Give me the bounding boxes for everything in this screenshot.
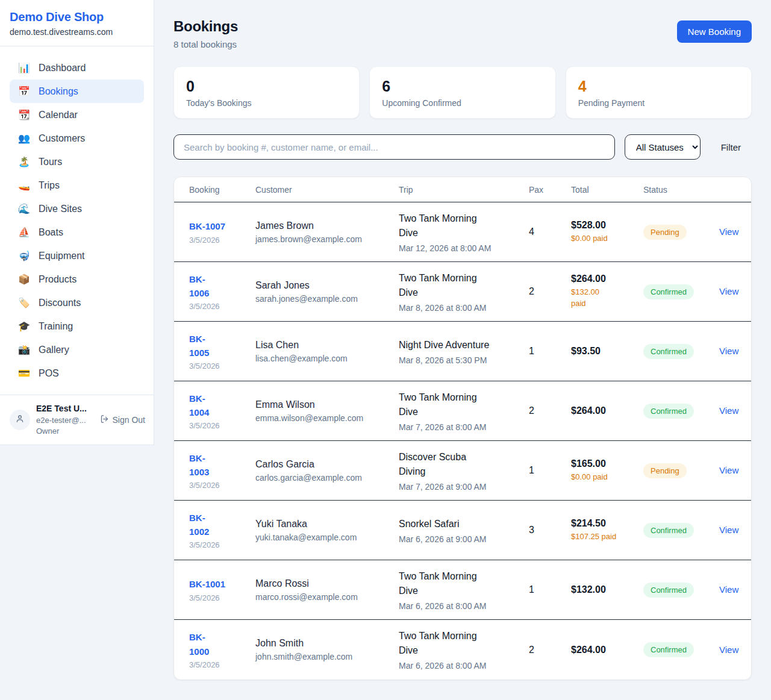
view-link[interactable]: View (719, 584, 738, 595)
actions-cell: View (719, 525, 738, 536)
sidebar-item-label: Boats (39, 227, 63, 238)
status-cell: Pending (643, 463, 719, 478)
stats-row: 0Today's Bookings6Upcoming Confirmed4Pen… (173, 66, 752, 119)
trip-name: Two Tank MorningDive (399, 271, 529, 300)
booking-date: 3/5/2026 (189, 302, 255, 311)
search-input[interactable] (173, 134, 615, 160)
booking-id-link[interactable]: BK-1000 (189, 630, 255, 658)
brand-title[interactable]: Demo Dive Shop (10, 10, 144, 24)
trip-name: Discover ScubaDiving (399, 450, 529, 479)
sidebar-item-dashboard[interactable]: 📊Dashboard (10, 56, 144, 80)
column-header-pax: Pax (529, 185, 571, 195)
trip-cell: Discover ScubaDivingMar 7, 2026 at 9:00 … (399, 450, 529, 492)
booking-id-link[interactable]: BK-1007 (189, 219, 255, 233)
sidebar-item-gallery[interactable]: 📸Gallery (10, 338, 144, 361)
customer-name: John Smith (255, 638, 399, 649)
trip-name: Two Tank MorningDive (399, 211, 529, 240)
page-title: Bookings (173, 18, 238, 35)
sign-out-button[interactable]: Sign Out (100, 414, 145, 425)
pax-value: 3 (529, 525, 571, 536)
total-amount: $528.00 (571, 220, 643, 231)
pax-value: 2 (529, 645, 571, 655)
sidebar-item-training[interactable]: 🎓Training (10, 314, 144, 338)
sidebar-item-products[interactable]: 📦Products (10, 267, 144, 291)
table-row: BK-10073/5/2026James Brownjames.brown@ex… (174, 202, 751, 262)
table-row: BK-10053/5/2026Lisa Chenlisa.chen@exampl… (174, 322, 751, 381)
sidebar-item-label: Dashboard (39, 63, 86, 73)
user-role: Owner (36, 427, 87, 436)
column-header-customer: Customer (255, 185, 399, 195)
column-header-booking: Booking (189, 185, 255, 195)
people-icon: 👥 (18, 133, 30, 144)
sidebar-item-pos[interactable]: 💳POS (10, 361, 144, 385)
user-email: e2e-tester@... (36, 416, 87, 425)
view-link[interactable]: View (719, 227, 738, 237)
avatar (10, 410, 30, 430)
customer-email: john.smith@example.com (255, 652, 399, 661)
booking-id-link[interactable]: BK-1001 (189, 577, 255, 591)
view-link[interactable]: View (719, 465, 738, 475)
stat-value: 0 (186, 77, 347, 95)
package-icon: 📦 (18, 273, 30, 285)
brand-domain: demo.test.divestreams.com (10, 27, 144, 37)
view-link[interactable]: View (719, 645, 738, 655)
filter-button[interactable]: Filter (710, 142, 752, 152)
view-link[interactable]: View (719, 405, 738, 416)
booking-id-link[interactable]: BK-1003 (189, 451, 255, 480)
booking-date: 3/5/2026 (189, 421, 255, 430)
customer-cell: Yuki Tanakayuki.tanaka@example.com (255, 519, 399, 542)
sidebar-item-discounts[interactable]: 🏷️Discounts (10, 291, 144, 314)
page-subtitle: 8 total bookings (173, 39, 238, 49)
customer-email: emma.wilson@example.com (255, 413, 399, 423)
total-cell: $93.50 (571, 346, 643, 357)
sidebar-item-boats[interactable]: ⛵Boats (10, 220, 144, 244)
main-content: Bookings 8 total bookings New Booking 0T… (154, 0, 771, 698)
status-badge: Pending (643, 225, 687, 240)
sidebar-item-dive-sites[interactable]: 🌊Dive Sites (10, 197, 144, 220)
booking-id-link[interactable]: BK-1002 (189, 511, 255, 539)
booking-date: 3/5/2026 (189, 540, 255, 549)
booking-date: 3/5/2026 (189, 593, 255, 602)
sidebar-item-trips[interactable]: 🚤Trips (10, 173, 144, 197)
total-paid: $132.00paid (571, 287, 643, 310)
total-paid: $0.00 paid (571, 233, 643, 245)
new-booking-button[interactable]: New Booking (677, 20, 752, 43)
total-paid: $107.25 paid (571, 531, 643, 543)
island-icon: 🏝️ (18, 156, 30, 167)
table-row: BK-10043/5/2026Emma Wilsonemma.wilson@ex… (174, 381, 751, 441)
customer-cell: Carlos Garciacarlos.garcia@example.com (255, 459, 399, 483)
pax-value: 1 (529, 465, 571, 476)
total-cell: $264.00 (571, 405, 643, 416)
actions-cell: View (719, 645, 738, 655)
sidebar-item-calendar[interactable]: 📆Calendar (10, 103, 144, 127)
stat-value: 4 (578, 77, 739, 95)
status-cell: Confirmed (643, 583, 719, 598)
view-link[interactable]: View (719, 286, 738, 296)
sidebar-item-customers[interactable]: 👥Customers (10, 127, 144, 150)
table-body: BK-10073/5/2026James Brownjames.brown@ex… (174, 202, 751, 680)
customer-name: Sarah Jones (255, 280, 399, 291)
sidebar-item-bookings[interactable]: 📅Bookings (10, 80, 144, 103)
booking-id-link[interactable]: BK-1005 (189, 332, 255, 360)
view-link[interactable]: View (719, 525, 738, 535)
customer-email: james.brown@example.com (255, 234, 399, 244)
sidebar-item-equipment[interactable]: 🤿Equipment (10, 244, 144, 267)
view-link[interactable]: View (719, 346, 738, 356)
speedboat-icon: 🚤 (18, 180, 30, 191)
pax-value: 2 (529, 286, 571, 297)
stat-label: Upcoming Confirmed (382, 98, 543, 108)
trip-cell: Two Tank MorningDiveMar 7, 2026 at 8:00 … (399, 390, 529, 432)
user-info: E2E Test U... e2e-tester@... Owner (36, 404, 87, 436)
status-filter-select[interactable]: All Statuses (625, 134, 701, 160)
booking-id-link[interactable]: BK-1004 (189, 392, 255, 420)
total-cell: $264.00$132.00paid (571, 273, 643, 310)
sidebar-item-label: Trips (39, 180, 60, 191)
customer-email: marco.rossi@example.com (255, 592, 399, 602)
customer-email: carlos.garcia@example.com (255, 473, 399, 483)
stat-card-3: 4Pending Payment (566, 66, 752, 119)
booking-id-link[interactable]: BK-1006 (189, 272, 255, 301)
user-name: E2E Test U... (36, 404, 87, 414)
sidebar: Demo Dive Shop demo.test.divestreams.com… (0, 0, 154, 445)
sidebar-item-tours[interactable]: 🏝️Tours (10, 150, 144, 173)
stat-card-1: 0Today's Bookings (173, 66, 360, 119)
